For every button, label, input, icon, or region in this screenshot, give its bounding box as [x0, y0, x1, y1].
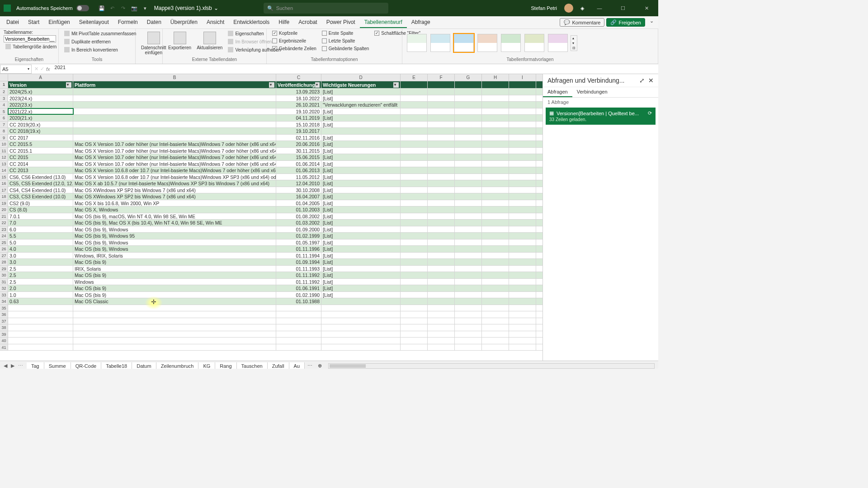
- row-header[interactable]: 19: [0, 200, 8, 206]
- row-header[interactable]: 25: [0, 239, 8, 246]
- row-header[interactable]: 29: [0, 266, 8, 272]
- document-name[interactable]: Mappe3 (version 1).xlsb ⌄: [154, 5, 218, 11]
- cell[interactable]: CS6, CS6 Extended (13.0): [8, 174, 73, 180]
- cell[interactable]: 7.0.1: [8, 213, 73, 220]
- cell[interactable]: [73, 89, 276, 95]
- row-header[interactable]: 11: [0, 148, 8, 154]
- accept-formula-icon[interactable]: ✓: [40, 66, 44, 72]
- sheet-more-icon[interactable]: ⋯: [305, 363, 315, 369]
- cell[interactable]: Mac OS Classic: [73, 298, 276, 305]
- cell[interactable]: 15.10.2018: [276, 122, 321, 128]
- cell[interactable]: 01.05.1997: [276, 239, 321, 246]
- cell[interactable]: 01.02.1990: [276, 292, 321, 298]
- cell[interactable]: Mac OS (bis 9), Windows: [73, 226, 276, 233]
- header-row-checkbox[interactable]: Kopfzeile: [270, 30, 318, 37]
- export-button[interactable]: Exportieren: [166, 30, 193, 52]
- comments-button[interactable]: 💬 Kommentare: [560, 18, 604, 27]
- table-header-cell[interactable]: Veröffentlichung: [276, 81, 321, 88]
- cell[interactable]: [List]: [321, 226, 401, 233]
- row-header[interactable]: 41: [0, 344, 8, 351]
- cell[interactable]: [List]: [321, 285, 401, 291]
- cell[interactable]: [List]: [321, 246, 401, 252]
- cell[interactable]: [List]: [321, 200, 401, 206]
- cell[interactable]: Mac OS (bis 9), macOS, Win NT 4.0, Win 9…: [73, 213, 276, 220]
- cell[interactable]: [73, 135, 276, 141]
- row-header[interactable]: 18: [0, 193, 8, 200]
- ribbon-tab[interactable]: Hilfe: [274, 17, 294, 28]
- table-style[interactable]: [524, 34, 544, 52]
- tab-connections[interactable]: Verbindungen: [572, 87, 612, 97]
- cell[interactable]: 01.08.2002: [276, 213, 321, 220]
- ribbon-tab[interactable]: Power Pivot: [322, 17, 360, 28]
- cell[interactable]: [321, 298, 401, 305]
- row-header[interactable]: 12: [0, 154, 8, 160]
- cell[interactable]: CC 2015: [8, 154, 73, 160]
- cell[interactable]: [List]: [321, 239, 401, 246]
- search-input[interactable]: 🔍 Suchen: [264, 3, 388, 14]
- row-header[interactable]: 32: [0, 285, 8, 291]
- column-header[interactable]: I: [509, 74, 536, 81]
- row-header[interactable]: 9: [0, 135, 8, 141]
- cell[interactable]: [List]: [321, 213, 401, 220]
- cell[interactable]: 2021(22.x): [8, 108, 73, 115]
- cell[interactable]: CS3, CS3 Extended (10.0): [8, 193, 73, 200]
- column-header[interactable]: G: [455, 74, 482, 81]
- panel-expand-icon[interactable]: ⤢: [639, 77, 645, 84]
- cell[interactable]: Mac OS (bis 9): [73, 259, 276, 265]
- sheet-tab[interactable]: Summe: [44, 362, 71, 369]
- cancel-formula-icon[interactable]: ✕: [34, 66, 38, 72]
- cell[interactable]: [List]: [321, 266, 401, 272]
- cell[interactable]: 7.0: [8, 220, 73, 226]
- sheet-tab[interactable]: Tauschen: [237, 362, 268, 369]
- panel-close-icon[interactable]: ✕: [648, 77, 654, 84]
- cell[interactable]: [73, 102, 276, 108]
- cell[interactable]: Mac OS (bis 9): [73, 292, 276, 298]
- row-header[interactable]: 3: [0, 95, 8, 102]
- table-name-input[interactable]: [4, 35, 56, 42]
- cell[interactable]: [List]: [321, 259, 401, 265]
- column-header[interactable]: C: [276, 74, 321, 81]
- table-header-cell[interactable]: Version: [8, 81, 73, 88]
- cell[interactable]: 01.02.1999: [276, 233, 321, 239]
- row-header[interactable]: 30: [0, 272, 8, 278]
- cell[interactable]: 11.05.2012: [276, 174, 321, 180]
- cell[interactable]: 2.5: [8, 266, 73, 272]
- ribbon-tab[interactable]: Datei: [2, 17, 24, 28]
- sheet-prev-icon[interactable]: ◀: [4, 363, 7, 369]
- sheet-tab[interactable]: Rang: [215, 362, 236, 369]
- cell[interactable]: [List]: [321, 279, 401, 285]
- styles-more-icon[interactable]: ▴▾⊟: [571, 35, 577, 51]
- cell[interactable]: 2020(21.x): [8, 115, 73, 121]
- row-header[interactable]: 2: [0, 89, 8, 95]
- cell[interactable]: Mac OS (bis 9), Windows 95: [73, 233, 276, 239]
- cell[interactable]: 01.06.2014: [276, 161, 321, 167]
- column-header[interactable]: E: [401, 74, 428, 81]
- cell[interactable]: 5.0: [8, 239, 73, 246]
- cell[interactable]: CS4, CS4 Extended (11.0): [8, 187, 73, 193]
- cell[interactable]: 2.5: [8, 272, 73, 278]
- table-header-cell[interactable]: Wichtigste Neuerungen: [321, 81, 401, 88]
- row-header[interactable]: 34: [0, 298, 8, 305]
- row-header[interactable]: 24: [0, 233, 8, 239]
- sheet-tab[interactable]: KG: [198, 362, 215, 369]
- cell[interactable]: CS5, CS5 Extended (12.0, 12.1): [8, 180, 73, 187]
- cell[interactable]: CC 2014: [8, 161, 73, 167]
- sheet-next-icon[interactable]: ▶: [11, 363, 14, 369]
- cell[interactable]: [List]: [321, 89, 401, 95]
- cell[interactable]: [List]: [321, 161, 401, 167]
- cell[interactable]: Mac OS X Version 10.7 oder höher (nur In…: [73, 141, 276, 147]
- cell[interactable]: [List]: [321, 193, 401, 200]
- row-header[interactable]: 36: [0, 311, 8, 318]
- sheet-tab[interactable]: Zufall: [268, 362, 289, 369]
- cell[interactable]: IRIX, Solaris: [73, 266, 276, 272]
- toggle-icon[interactable]: [76, 5, 89, 11]
- refresh-button[interactable]: Aktualisieren: [195, 30, 224, 52]
- cell[interactable]: 12.04.2010: [276, 180, 321, 187]
- cell[interactable]: Mac OS XWindows XP SP2 bis Windows 7 (x8…: [73, 193, 276, 200]
- cell[interactable]: 6.0: [8, 226, 73, 233]
- row-header[interactable]: 23: [0, 226, 8, 233]
- cell[interactable]: Mac OS X ab 10.5.7 (nur Intel-basierte M…: [73, 180, 276, 187]
- cell[interactable]: 30.10.2008: [276, 187, 321, 193]
- spreadsheet-grid[interactable]: ABCDEFGHI 1VersionPlattformVeröffentlich…: [0, 74, 542, 361]
- cell[interactable]: Mac OS X Version 10.6.8 oder 10.7 (nur I…: [73, 167, 276, 174]
